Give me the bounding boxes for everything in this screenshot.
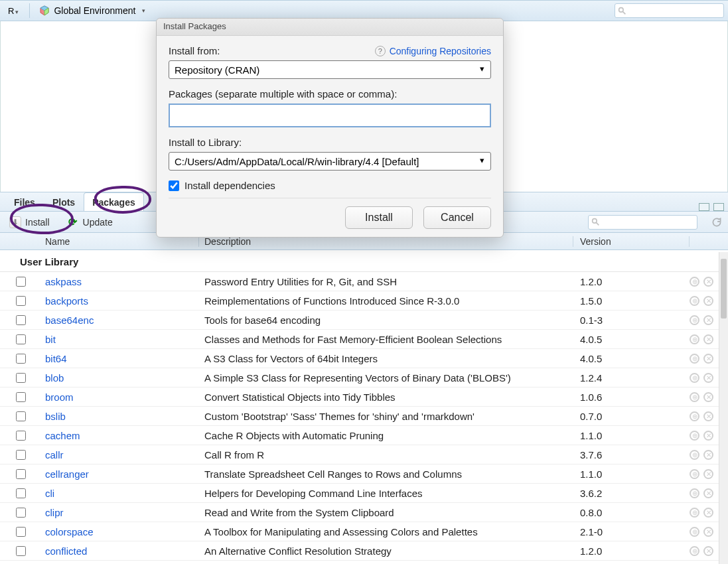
package-name-link[interactable]: colorspace <box>41 526 199 537</box>
tab-packages[interactable]: Packages <box>84 192 144 211</box>
package-name-link[interactable]: callr <box>41 449 199 460</box>
configuring-repositories-link[interactable]: Configuring Repositories <box>390 46 491 56</box>
packages-input[interactable] <box>169 104 491 127</box>
web-icon[interactable]: ⊕ <box>690 315 699 325</box>
package-name-link[interactable]: bslib <box>41 411 199 422</box>
package-checkbox[interactable] <box>16 392 26 402</box>
remove-icon[interactable]: ✕ <box>703 373 713 383</box>
package-row: cliHelpers for Developing Command Line I… <box>0 484 728 503</box>
divider <box>29 3 30 18</box>
package-checkbox[interactable] <box>16 508 26 518</box>
cancel-button[interactable]: Cancel <box>423 206 491 229</box>
package-row: base64encTools for base64 encoding0.1-3⊕… <box>0 311 728 330</box>
web-icon[interactable]: ⊕ <box>690 469 699 479</box>
package-name-link[interactable]: bit <box>41 334 199 345</box>
scroll-thumb[interactable] <box>721 259 727 318</box>
remove-icon[interactable]: ✕ <box>703 392 713 402</box>
web-icon[interactable]: ⊕ <box>690 392 699 402</box>
install-from-select[interactable]: Repository (CRAN) <box>169 60 491 79</box>
package-checkbox[interactable] <box>16 277 26 287</box>
minimize-pane-icon[interactable] <box>699 203 709 211</box>
install-to-library-select[interactable]: C:/Users/Adm/AppData/Local/R/win-library… <box>169 152 491 171</box>
remove-icon[interactable]: ✕ <box>703 277 713 287</box>
package-name-link[interactable]: blob <box>41 372 199 384</box>
package-description: Password Entry Utilities for R, Git, and… <box>199 276 573 287</box>
package-version: 1.2.4 <box>573 372 690 384</box>
install-dependencies-checkbox[interactable]: Install dependencies <box>169 180 491 191</box>
package-name-link[interactable]: cli <box>41 488 199 499</box>
package-name-link[interactable]: base64enc <box>41 315 199 326</box>
tab-plots[interactable]: Plots <box>44 192 84 211</box>
package-checkbox[interactable] <box>16 334 26 344</box>
download-icon: ⬇ <box>9 216 21 228</box>
remove-icon[interactable]: ✕ <box>703 296 713 306</box>
remove-icon[interactable]: ✕ <box>703 450 713 460</box>
package-row: bit64A S3 Class for Vectors of 64bit Int… <box>0 349 728 368</box>
remove-icon[interactable]: ✕ <box>703 411 713 421</box>
package-checkbox[interactable] <box>16 315 26 325</box>
package-checkbox[interactable] <box>16 296 26 306</box>
remove-icon[interactable]: ✕ <box>703 315 713 325</box>
package-checkbox[interactable] <box>16 546 26 556</box>
package-name-link[interactable]: askpass <box>41 276 199 287</box>
package-description: A Simple S3 Class for Representing Vecto… <box>199 372 573 384</box>
package-version: 3.7.6 <box>573 449 690 460</box>
package-checkbox[interactable] <box>16 450 26 460</box>
remove-icon[interactable]: ✕ <box>703 354 713 364</box>
web-icon[interactable]: ⊕ <box>690 488 699 498</box>
col-version[interactable]: Version <box>573 236 690 247</box>
web-icon[interactable]: ⊕ <box>690 508 699 518</box>
package-checkbox[interactable] <box>16 411 26 421</box>
package-row: broomConvert Statistical Objects into Ti… <box>0 388 728 407</box>
package-checkbox[interactable] <box>16 354 26 364</box>
package-name-link[interactable]: broom <box>41 391 199 403</box>
package-checkbox[interactable] <box>16 488 26 498</box>
package-version: 0.1-3 <box>573 315 690 326</box>
package-name-link[interactable]: conflicted <box>41 545 199 557</box>
remove-icon[interactable]: ✕ <box>703 546 713 556</box>
packages-search[interactable] <box>588 215 697 230</box>
web-icon[interactable]: ⊕ <box>690 546 699 556</box>
remove-icon[interactable]: ✕ <box>703 334 713 344</box>
package-name-link[interactable]: clipr <box>41 507 199 518</box>
package-version: 1.2.0 <box>573 276 690 287</box>
package-checkbox[interactable] <box>16 469 26 479</box>
remove-icon[interactable]: ✕ <box>703 469 713 479</box>
remove-icon[interactable]: ✕ <box>703 527 713 537</box>
web-icon[interactable]: ⊕ <box>690 277 699 287</box>
environment-dropdown[interactable]: Global Environment <box>34 4 151 17</box>
remove-icon[interactable]: ✕ <box>703 508 713 518</box>
refresh-packages-icon[interactable] <box>711 216 723 228</box>
install-dependencies-input[interactable] <box>169 180 179 191</box>
tab-files[interactable]: Files <box>5 192 44 211</box>
update-button[interactable]: ⟳ Update <box>63 215 117 230</box>
install-label: Install <box>25 217 50 228</box>
install-confirm-button[interactable]: Install <box>345 206 413 229</box>
web-icon[interactable]: ⊕ <box>690 334 699 344</box>
scrollbar[interactable] <box>719 252 728 564</box>
maximize-pane-icon[interactable] <box>713 203 724 211</box>
help-icon[interactable]: ? <box>375 46 386 56</box>
web-icon[interactable]: ⊕ <box>690 373 699 383</box>
package-name-link[interactable]: cellranger <box>41 468 199 480</box>
package-name-link[interactable]: bit64 <box>41 353 199 364</box>
section-header-user-library: User Library <box>0 252 728 272</box>
web-icon[interactable]: ⊕ <box>690 354 699 364</box>
package-checkbox[interactable] <box>16 373 26 383</box>
package-name-link[interactable]: cachem <box>41 430 199 441</box>
packages-label: Packages (separate multiple with space o… <box>169 88 397 100</box>
remove-icon[interactable]: ✕ <box>703 431 713 441</box>
search-icon <box>591 218 600 226</box>
install-button[interactable]: ⬇ Install <box>5 215 54 230</box>
remove-icon[interactable]: ✕ <box>703 488 713 498</box>
web-icon[interactable]: ⊕ <box>690 527 699 537</box>
package-name-link[interactable]: backports <box>41 295 199 307</box>
web-icon[interactable]: ⊕ <box>690 450 699 460</box>
package-checkbox[interactable] <box>16 527 26 537</box>
environment-search[interactable] <box>615 3 724 18</box>
web-icon[interactable]: ⊕ <box>690 296 699 306</box>
language-dropdown[interactable]: R <box>4 5 25 17</box>
web-icon[interactable]: ⊕ <box>690 431 699 441</box>
package-checkbox[interactable] <box>16 431 26 441</box>
web-icon[interactable]: ⊕ <box>690 411 699 421</box>
